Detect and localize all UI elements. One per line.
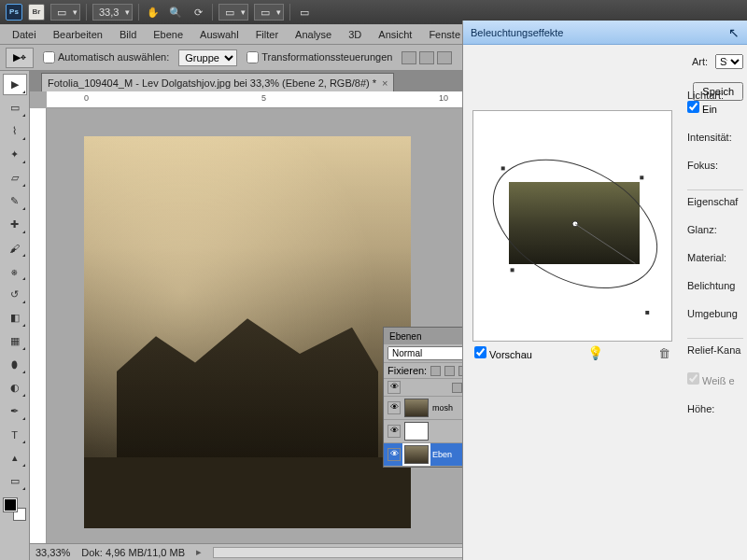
layer-thumb[interactable] bbox=[404, 445, 429, 464]
dialog-title: Beleuchtungseffekte bbox=[471, 27, 563, 38]
lighting-preview[interactable] bbox=[472, 110, 672, 342]
lasso-tool[interactable]: ⌇ bbox=[3, 120, 27, 142]
menu-ansicht[interactable]: Ansicht bbox=[370, 26, 420, 43]
ein-checkbox[interactable]: Ein bbox=[687, 104, 717, 115]
material-label: Material: bbox=[687, 252, 743, 263]
svg-line-2 bbox=[575, 224, 635, 264]
dodge-tool[interactable]: ◐ bbox=[3, 377, 27, 399]
svg-rect-4 bbox=[640, 175, 643, 179]
trash-icon[interactable]: 🗑 bbox=[658, 346, 670, 360]
height-label: Höhe: bbox=[687, 403, 743, 414]
white-checkbox[interactable]: Weiß e bbox=[687, 372, 743, 386]
blur-tool[interactable]: ⬮ bbox=[3, 354, 27, 375]
separator bbox=[289, 4, 290, 21]
layer-thumb[interactable] bbox=[404, 399, 429, 417]
light-ellipse[interactable] bbox=[473, 111, 671, 341]
menu-auswahl[interactable]: Auswahl bbox=[191, 26, 247, 43]
auto-select-target[interactable]: Gruppe bbox=[178, 49, 237, 66]
zoom-dropdown[interactable]: 33,3 bbox=[92, 4, 133, 21]
align-icon[interactable] bbox=[437, 51, 452, 64]
menu-3d[interactable]: 3D bbox=[340, 26, 370, 43]
marquee-tool[interactable]: ▭ bbox=[3, 97, 27, 119]
menu-bild[interactable]: Bild bbox=[111, 26, 145, 43]
focus-label: Fokus: bbox=[687, 160, 743, 171]
toolbox: ▶ ▭ ⌇ ✦ ▱ ✎ ✚ 🖌 ⎈ ↺ ◧ ▦ ⬮ ◐ ✒ T ▴ ▭ bbox=[0, 71, 30, 560]
align-icon[interactable] bbox=[402, 51, 416, 64]
close-tab-icon[interactable]: × bbox=[382, 77, 388, 89]
light-properties: Lichtart: Ein Intensität: Fokus: Eigensc… bbox=[687, 90, 743, 414]
lock-position-icon[interactable] bbox=[444, 366, 455, 376]
ps-logo-icon[interactable]: Ps bbox=[6, 4, 22, 21]
menu-ebene[interactable]: Ebene bbox=[145, 26, 191, 43]
pen-tool[interactable]: ✒ bbox=[3, 400, 27, 422]
crop-tool[interactable]: ▱ bbox=[3, 167, 27, 189]
gloss-label: Glanz: bbox=[687, 224, 743, 235]
eraser-tool[interactable]: ◧ bbox=[3, 307, 27, 329]
svg-rect-5 bbox=[511, 268, 514, 272]
preview-checkbox[interactable]: Vorschau bbox=[474, 346, 532, 360]
shape-tool[interactable]: ▭ bbox=[3, 470, 27, 492]
layer-thumb[interactable] bbox=[404, 422, 429, 441]
style-select[interactable]: Sta bbox=[715, 54, 743, 69]
svg-rect-3 bbox=[501, 166, 505, 170]
art-label: Art: bbox=[692, 56, 708, 67]
move-tool[interactable]: ▶ bbox=[3, 74, 27, 95]
type-tool[interactable]: T bbox=[3, 424, 27, 445]
lightbulb-icon[interactable]: 💡 bbox=[587, 345, 603, 360]
gradient-tool[interactable]: ▦ bbox=[3, 330, 27, 352]
separator bbox=[86, 4, 87, 21]
visibility-icon[interactable]: 👁 bbox=[388, 425, 401, 438]
lighting-effects-dialog: Beleuchtungseffekte ↖ Art: Sta Speich Vo… bbox=[462, 21, 747, 560]
layout-dropdown[interactable]: ▭ bbox=[50, 4, 80, 21]
menu-datei[interactable]: Datei bbox=[4, 26, 45, 43]
separator bbox=[138, 4, 139, 21]
svg-point-1 bbox=[572, 221, 578, 227]
visibility-icon[interactable]: 👁 bbox=[388, 448, 401, 461]
visibility-icon[interactable]: 👁 bbox=[388, 381, 401, 394]
separator bbox=[212, 4, 213, 21]
history-brush-tool[interactable]: ↺ bbox=[3, 284, 27, 305]
dialog-titlebar[interactable]: Beleuchtungseffekte ↖ bbox=[463, 21, 747, 45]
intensity-label: Intensität: bbox=[687, 132, 743, 143]
bridge-icon[interactable]: Br bbox=[28, 4, 45, 21]
document-image[interactable] bbox=[84, 136, 411, 528]
transform-controls-checkbox[interactable]: Transformationssteuerungen bbox=[247, 51, 392, 64]
rotate-icon[interactable]: ⟳ bbox=[190, 4, 206, 21]
ambience-label: Umgebung bbox=[687, 308, 743, 319]
properties-label: Eigenschaf bbox=[687, 196, 743, 207]
menu-analyse[interactable]: Analyse bbox=[287, 26, 340, 43]
hand-icon[interactable]: ✋ bbox=[145, 4, 162, 21]
relief-label: Relief-Kana bbox=[687, 344, 743, 356]
extras-icon[interactable]: ▭ bbox=[296, 4, 313, 21]
document-tab-title: Fotolia_109404_M - Lev Dolgatshjov.jpg b… bbox=[48, 77, 376, 89]
document-tab[interactable]: Fotolia_109404_M - Lev Dolgatshjov.jpg b… bbox=[41, 73, 394, 91]
arrange-dropdown[interactable]: ▭ bbox=[218, 4, 248, 21]
svg-rect-6 bbox=[645, 311, 649, 315]
doc-size: Dok: 4,96 MB/11,0 MB bbox=[81, 547, 185, 558]
move-tool-indicator[interactable]: ▶✥ bbox=[6, 48, 34, 68]
heal-tool[interactable]: ✚ bbox=[3, 214, 27, 235]
align-icon[interactable] bbox=[419, 51, 434, 64]
menu-filter[interactable]: Filter bbox=[247, 26, 287, 43]
cursor-icon: ↖ bbox=[728, 25, 740, 40]
exposure-label: Belichtung bbox=[687, 280, 743, 291]
path-select-tool[interactable]: ▴ bbox=[3, 447, 27, 469]
zoom-icon[interactable]: 🔍 bbox=[167, 4, 184, 21]
stamp-tool[interactable]: ⎈ bbox=[3, 260, 27, 282]
lock-pixels-icon[interactable] bbox=[430, 366, 441, 376]
brush-tool[interactable]: 🖌 bbox=[3, 237, 27, 259]
zoom-status[interactable]: 33,33% bbox=[35, 547, 70, 558]
link-icon[interactable] bbox=[452, 383, 462, 393]
wand-tool[interactable]: ✦ bbox=[3, 144, 27, 165]
menu-bearbeiten[interactable]: Bearbeiten bbox=[45, 26, 111, 43]
color-swatch[interactable] bbox=[4, 498, 26, 521]
screen-dropdown[interactable]: ▭ bbox=[254, 4, 284, 21]
auto-select-checkbox[interactable]: Automatisch auswählen: bbox=[43, 51, 169, 64]
visibility-icon[interactable]: 👁 bbox=[388, 401, 401, 414]
ruler-vertical bbox=[30, 108, 47, 543]
eyedropper-tool[interactable]: ✎ bbox=[3, 190, 27, 212]
